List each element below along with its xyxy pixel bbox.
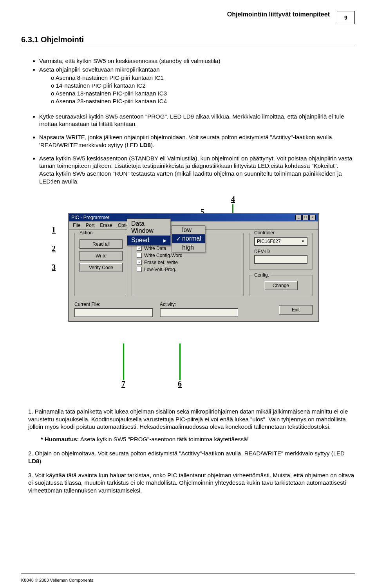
config-group: Config. Change [249, 275, 313, 296]
instruction-item: Napsauta WRITE, jonka jälkeen ohjainpiir… [39, 133, 355, 149]
instruction-list: Kytke seuraavaksi kytkin SW5 asentoon "P… [21, 113, 355, 185]
controller-group-title: Controller [253, 230, 276, 236]
header-title: Ohjelmointiin liittyvät toimenpiteet [227, 11, 330, 18]
callout-4: 4 [231, 195, 235, 204]
action-group: Action Read all Write Verify Code [74, 233, 126, 296]
speed-high[interactable]: high [172, 243, 205, 252]
callout-2: 2 [52, 244, 56, 253]
sub-item: Asenna 8-nastainen PIC-piiri kantaan IC1 [51, 74, 355, 82]
section-heading: 6.3.1 Ohjelmointi [21, 35, 355, 44]
current-file-label: Current File: [74, 302, 153, 307]
activity-label: Activity: [160, 302, 238, 307]
config-group-title: Config. [253, 272, 271, 278]
bottom-row: Current File: Activity: Exit [69, 302, 318, 321]
instruction-item: Kytke seuraavaksi kytkin SW5 asentoon "P… [39, 113, 355, 128]
devid-label: DEV-ID [254, 249, 307, 254]
sub-item: Asenna 18-nastainen PIC-piiri kantaan IC… [51, 90, 355, 97]
note-item: 3. Voit käyttää tätä avainta kun haluat … [28, 471, 355, 494]
speed-normal[interactable]: ✓normal [172, 234, 205, 243]
menu-file[interactable]: File [73, 223, 80, 228]
action-group-title: Action [78, 230, 94, 236]
window-controls: _ □ × [295, 215, 316, 220]
note-remark: * Huomautus: Aseta kytkin SW5 "PROG"-ase… [28, 435, 355, 443]
speed-submenu: low ✓normal high [172, 225, 205, 252]
callout-1: 1 [52, 225, 56, 234]
verify-code-button[interactable]: Verify Code [80, 263, 123, 272]
speed-low[interactable]: low [172, 226, 205, 234]
numbered-notes: 1. Painamalla tätä painiketta voit lukea… [21, 408, 355, 494]
opt-write-config[interactable]: Write Config.Word [137, 253, 239, 258]
sub-item: Asenna 28-nastainen PIC-piiri kantaan IC… [51, 97, 355, 105]
opt-erase-before-write[interactable]: ✓Erase bef. Write [137, 260, 239, 265]
change-button[interactable]: Change [264, 281, 298, 290]
page-number-box: 9 [337, 11, 355, 24]
dropdown-speed[interactable]: Speed▸ [127, 236, 170, 245]
arrow-line [123, 343, 124, 380]
checkbox-icon [137, 253, 142, 258]
page-number: 9 [344, 14, 347, 21]
callout-6: 6 [178, 379, 182, 388]
socket-sublist: Asenna 8-nastainen PIC-piiri kantaan IC1… [39, 74, 355, 106]
checkbox-icon: ✓ [137, 246, 142, 251]
current-file-field-wrap: Current File: [74, 302, 153, 317]
footer-rule [21, 574, 355, 574]
footer-text: K8048 © 2003 Velleman Components [21, 578, 93, 583]
window-title: PIC - Programmer [71, 215, 109, 220]
minimize-button[interactable]: _ [295, 215, 302, 220]
arrow-line [179, 343, 181, 380]
callout-7: 7 [121, 379, 125, 388]
titlebar[interactable]: PIC - Programmer _ □ × [69, 214, 318, 221]
chevron-down-icon: ▼ [301, 239, 305, 243]
read-all-button[interactable]: Read all [80, 239, 123, 249]
instruction-item: Aseta kytkin SW5 keskisasentoon (STANDBY… [39, 155, 355, 185]
prep-item: Aseta ohjainpiiri soveltuvaan mikropiiri… [39, 66, 355, 105]
programmer-figure: 4 1 2 3 5 6 7 PIC - Programmer _ □ × Fil… [47, 195, 329, 390]
sub-item: 14-nastainen PIC-piiri kantaan IC2 [51, 82, 355, 90]
note-item: 2. Ohjain on ohjelmoitava. Voit seurata … [28, 450, 355, 465]
note-item: 1. Painamalla tätä painiketta voit lukea… [28, 408, 355, 443]
options-dropdown: Data Window Speed▸ [127, 219, 171, 246]
activity-field-wrap: Activity: [160, 302, 238, 317]
current-file-field [74, 308, 153, 317]
chevron-right-icon: ▸ [163, 237, 166, 244]
menu-erase[interactable]: Erase [100, 223, 112, 228]
dropdown-data-window[interactable]: Data Window [127, 219, 170, 236]
controller-group: Controller PIC16F627 ▼ DEV-ID [249, 233, 313, 270]
section-rule [21, 46, 355, 46]
write-button[interactable]: Write [80, 251, 123, 261]
prep-item: Varmista, että kytkin SW5 on keskiasenno… [39, 57, 355, 65]
activity-field [160, 308, 238, 317]
check-icon: ✓ [176, 235, 180, 243]
menu-port[interactable]: Port [86, 223, 94, 228]
checkbox-icon [137, 267, 142, 272]
close-button[interactable]: × [309, 215, 316, 220]
right-column: Controller PIC16F627 ▼ DEV-ID Config. Ch… [249, 233, 313, 296]
checkbox-icon: ✓ [137, 260, 142, 265]
prep-list: Varmista, että kytkin SW5 on keskiasenno… [21, 57, 355, 106]
controller-select[interactable]: PIC16F627 ▼ [254, 237, 307, 246]
opt-low-volt-prog[interactable]: Low-Volt.-Prog. [137, 267, 239, 272]
maximize-button[interactable]: □ [302, 215, 309, 220]
devid-field [254, 255, 307, 264]
page-header: Ohjelmointiin liittyvät toimenpiteet 9 [21, 11, 355, 24]
exit-button[interactable]: Exit [279, 305, 313, 315]
callout-3: 3 [52, 263, 56, 272]
